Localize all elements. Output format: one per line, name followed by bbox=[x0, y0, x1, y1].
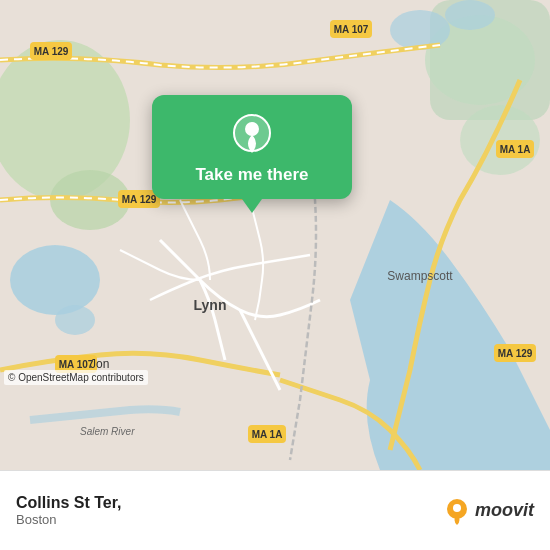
bottom-bar: Collins St Ter, Boston moovit bbox=[0, 470, 550, 550]
svg-text:MA 107: MA 107 bbox=[334, 24, 369, 35]
moovit-logo: moovit bbox=[443, 497, 534, 525]
svg-point-29 bbox=[245, 122, 259, 136]
svg-point-7 bbox=[55, 305, 95, 335]
svg-point-6 bbox=[10, 245, 100, 315]
location-city: Boston bbox=[16, 512, 122, 527]
take-me-there-button[interactable]: Take me there bbox=[152, 95, 352, 199]
svg-point-9 bbox=[445, 0, 495, 30]
svg-text:Jon: Jon bbox=[90, 357, 109, 371]
take-me-there-label: Take me there bbox=[195, 165, 308, 185]
svg-text:Salem River: Salem River bbox=[80, 426, 135, 437]
moovit-pin-icon bbox=[443, 497, 471, 525]
svg-point-8 bbox=[390, 10, 450, 50]
attribution: © OpenStreetMap contributors bbox=[4, 370, 148, 385]
map-container: MA 129 MA 107 MA 1A MA 129 MA 107 MA 1A … bbox=[0, 0, 550, 470]
svg-point-31 bbox=[453, 504, 461, 512]
svg-text:MA 1A: MA 1A bbox=[252, 429, 283, 440]
svg-text:MA 129: MA 129 bbox=[498, 348, 533, 359]
location-pin-icon bbox=[230, 111, 274, 155]
svg-text:MA 107: MA 107 bbox=[59, 359, 94, 370]
svg-text:Lynn: Lynn bbox=[194, 297, 227, 313]
svg-text:MA 129: MA 129 bbox=[122, 194, 157, 205]
location-info: Collins St Ter, Boston bbox=[16, 494, 122, 527]
svg-text:Swampscott: Swampscott bbox=[387, 269, 453, 283]
moovit-label: moovit bbox=[475, 500, 534, 521]
map-svg: MA 129 MA 107 MA 1A MA 129 MA 107 MA 1A … bbox=[0, 0, 550, 470]
svg-text:MA 129: MA 129 bbox=[34, 46, 69, 57]
location-name: Collins St Ter, bbox=[16, 494, 122, 512]
svg-text:MA 1A: MA 1A bbox=[500, 144, 531, 155]
